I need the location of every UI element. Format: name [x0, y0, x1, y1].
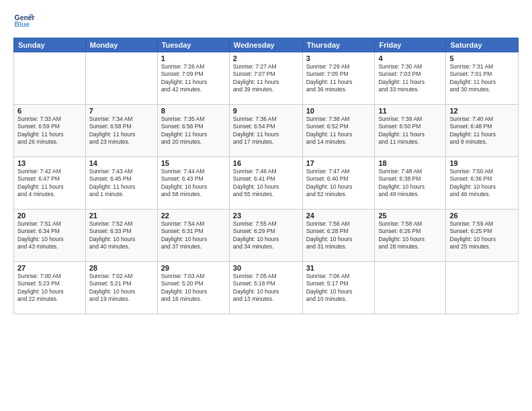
- calendar-cell: 14Sunrise: 7:43 AM Sunset: 6:45 PM Dayli…: [85, 157, 157, 210]
- day-info: Sunrise: 7:00 AM Sunset: 5:23 PM Dayligh…: [17, 273, 82, 304]
- day-info: Sunrise: 7:50 AM Sunset: 6:36 PM Dayligh…: [449, 168, 515, 199]
- day-info: Sunrise: 7:06 AM Sunset: 5:17 PM Dayligh…: [306, 273, 371, 304]
- day-info: Sunrise: 7:48 AM Sunset: 6:38 PM Dayligh…: [378, 168, 442, 199]
- day-number: 10: [306, 107, 371, 115]
- day-number: 29: [161, 264, 226, 272]
- day-info: Sunrise: 7:55 AM Sunset: 6:29 PM Dayligh…: [233, 220, 299, 251]
- page: General Blue SundayMondayTuesdayWednesda…: [0, 0, 532, 411]
- calendar-cell: [446, 262, 519, 314]
- week-row-0: 1Sunrise: 7:26 AM Sunset: 7:09 PM Daylig…: [14, 52, 519, 105]
- calendar-cell: 1Sunrise: 7:26 AM Sunset: 7:09 PM Daylig…: [157, 52, 229, 105]
- calendar-cell: 6Sunrise: 7:33 AM Sunset: 6:59 PM Daylig…: [14, 105, 86, 157]
- calendar-cell: 20Sunrise: 7:51 AM Sunset: 6:34 PM Dayli…: [14, 210, 86, 262]
- day-info: Sunrise: 7:27 AM Sunset: 7:07 PM Dayligh…: [233, 63, 299, 94]
- day-number: 28: [89, 264, 154, 272]
- day-number: 21: [89, 212, 154, 220]
- calendar-cell: 4Sunrise: 7:30 AM Sunset: 7:03 PM Daylig…: [375, 52, 446, 105]
- day-number: 20: [17, 212, 82, 220]
- calendar-cell: 25Sunrise: 7:58 AM Sunset: 6:26 PM Dayli…: [375, 210, 446, 262]
- day-number: 11: [378, 107, 442, 115]
- day-info: Sunrise: 7:03 AM Sunset: 5:20 PM Dayligh…: [161, 273, 226, 304]
- day-number: 2: [233, 54, 299, 62]
- calendar-cell: 22Sunrise: 7:54 AM Sunset: 6:31 PM Dayli…: [157, 210, 229, 262]
- weekday-header-wednesday: Wednesday: [229, 38, 302, 52]
- day-number: 14: [89, 159, 154, 167]
- calendar-cell: 18Sunrise: 7:48 AM Sunset: 6:38 PM Dayli…: [375, 157, 446, 210]
- calendar-cell: 5Sunrise: 7:31 AM Sunset: 7:01 PM Daylig…: [446, 52, 519, 105]
- day-number: 1: [161, 54, 226, 62]
- day-info: Sunrise: 7:33 AM Sunset: 6:59 PM Dayligh…: [17, 116, 82, 146]
- day-number: 13: [17, 159, 82, 167]
- day-number: 6: [17, 107, 82, 115]
- day-info: Sunrise: 7:46 AM Sunset: 6:41 PM Dayligh…: [233, 168, 299, 199]
- calendar-cell: [375, 262, 446, 314]
- calendar-cell: 21Sunrise: 7:52 AM Sunset: 6:33 PM Dayli…: [85, 210, 157, 262]
- day-number: 26: [449, 212, 515, 220]
- day-info: Sunrise: 7:39 AM Sunset: 6:50 PM Dayligh…: [378, 116, 442, 146]
- day-number: 18: [378, 159, 442, 167]
- day-number: 17: [306, 159, 371, 167]
- header: General Blue: [13, 11, 519, 32]
- calendar-cell: 2Sunrise: 7:27 AM Sunset: 7:07 PM Daylig…: [229, 52, 302, 105]
- day-number: 4: [378, 54, 442, 62]
- day-info: Sunrise: 7:44 AM Sunset: 6:43 PM Dayligh…: [161, 168, 226, 199]
- day-number: 22: [161, 212, 226, 220]
- day-info: Sunrise: 7:40 AM Sunset: 6:48 PM Dayligh…: [449, 116, 515, 146]
- calendar-cell: 17Sunrise: 7:47 AM Sunset: 6:40 PM Dayli…: [302, 157, 375, 210]
- day-number: 23: [233, 212, 299, 220]
- day-number: 8: [161, 107, 226, 115]
- day-number: 7: [89, 107, 154, 115]
- calendar-cell: 11Sunrise: 7:39 AM Sunset: 6:50 PM Dayli…: [375, 105, 446, 157]
- calendar-cell: 10Sunrise: 7:38 AM Sunset: 6:52 PM Dayli…: [302, 105, 375, 157]
- week-row-2: 13Sunrise: 7:42 AM Sunset: 6:47 PM Dayli…: [14, 157, 519, 210]
- calendar-cell: 24Sunrise: 7:56 AM Sunset: 6:28 PM Dayli…: [302, 210, 375, 262]
- calendar-cell: [85, 52, 157, 105]
- weekday-header-tuesday: Tuesday: [157, 38, 229, 52]
- calendar-cell: 29Sunrise: 7:03 AM Sunset: 5:20 PM Dayli…: [157, 262, 229, 314]
- day-number: 9: [233, 107, 299, 115]
- weekday-header-saturday: Saturday: [446, 38, 519, 52]
- day-number: 25: [378, 212, 442, 220]
- logo: General Blue: [13, 11, 35, 32]
- day-info: Sunrise: 7:47 AM Sunset: 6:40 PM Dayligh…: [306, 168, 371, 199]
- calendar-cell: 19Sunrise: 7:50 AM Sunset: 6:36 PM Dayli…: [446, 157, 519, 210]
- calendar-table: SundayMondayTuesdayWednesdayThursdayFrid…: [13, 38, 519, 314]
- day-info: Sunrise: 7:43 AM Sunset: 6:45 PM Dayligh…: [89, 168, 154, 199]
- weekday-header-thursday: Thursday: [302, 38, 375, 52]
- day-info: Sunrise: 7:36 AM Sunset: 6:54 PM Dayligh…: [233, 116, 299, 146]
- day-number: 30: [233, 264, 299, 272]
- weekday-header-row: SundayMondayTuesdayWednesdayThursdayFrid…: [14, 38, 519, 52]
- calendar-cell: 27Sunrise: 7:00 AM Sunset: 5:23 PM Dayli…: [14, 262, 86, 314]
- calendar-cell: 15Sunrise: 7:44 AM Sunset: 6:43 PM Dayli…: [157, 157, 229, 210]
- day-number: 19: [449, 159, 515, 167]
- svg-text:Blue: Blue: [15, 21, 30, 28]
- weekday-header-sunday: Sunday: [14, 38, 86, 52]
- day-info: Sunrise: 7:42 AM Sunset: 6:47 PM Dayligh…: [17, 168, 82, 199]
- day-info: Sunrise: 7:52 AM Sunset: 6:33 PM Dayligh…: [89, 220, 154, 251]
- calendar-cell: 12Sunrise: 7:40 AM Sunset: 6:48 PM Dayli…: [446, 105, 519, 157]
- day-info: Sunrise: 7:54 AM Sunset: 6:31 PM Dayligh…: [161, 220, 226, 251]
- day-number: 24: [306, 212, 371, 220]
- calendar-cell: 23Sunrise: 7:55 AM Sunset: 6:29 PM Dayli…: [229, 210, 302, 262]
- day-info: Sunrise: 7:59 AM Sunset: 6:25 PM Dayligh…: [449, 220, 515, 251]
- day-number: 3: [306, 54, 371, 62]
- calendar-cell: 16Sunrise: 7:46 AM Sunset: 6:41 PM Dayli…: [229, 157, 302, 210]
- weekday-header-monday: Monday: [85, 38, 157, 52]
- day-number: 27: [17, 264, 82, 272]
- day-info: Sunrise: 7:31 AM Sunset: 7:01 PM Dayligh…: [449, 63, 515, 94]
- day-number: 16: [233, 159, 299, 167]
- day-info: Sunrise: 7:38 AM Sunset: 6:52 PM Dayligh…: [306, 116, 371, 146]
- day-number: 15: [161, 159, 226, 167]
- day-number: 31: [306, 264, 371, 272]
- calendar-cell: 9Sunrise: 7:36 AM Sunset: 6:54 PM Daylig…: [229, 105, 302, 157]
- calendar-cell: 28Sunrise: 7:02 AM Sunset: 5:21 PM Dayli…: [85, 262, 157, 314]
- calendar-cell: 8Sunrise: 7:35 AM Sunset: 6:56 PM Daylig…: [157, 105, 229, 157]
- weekday-header-friday: Friday: [375, 38, 446, 52]
- day-info: Sunrise: 7:35 AM Sunset: 6:56 PM Dayligh…: [161, 116, 226, 146]
- calendar-cell: 30Sunrise: 7:05 AM Sunset: 5:18 PM Dayli…: [229, 262, 302, 314]
- calendar-cell: [14, 52, 86, 105]
- day-info: Sunrise: 7:56 AM Sunset: 6:28 PM Dayligh…: [306, 220, 371, 251]
- calendar-cell: 7Sunrise: 7:34 AM Sunset: 6:58 PM Daylig…: [85, 105, 157, 157]
- day-info: Sunrise: 7:30 AM Sunset: 7:03 PM Dayligh…: [378, 63, 442, 94]
- day-info: Sunrise: 7:02 AM Sunset: 5:21 PM Dayligh…: [89, 273, 154, 304]
